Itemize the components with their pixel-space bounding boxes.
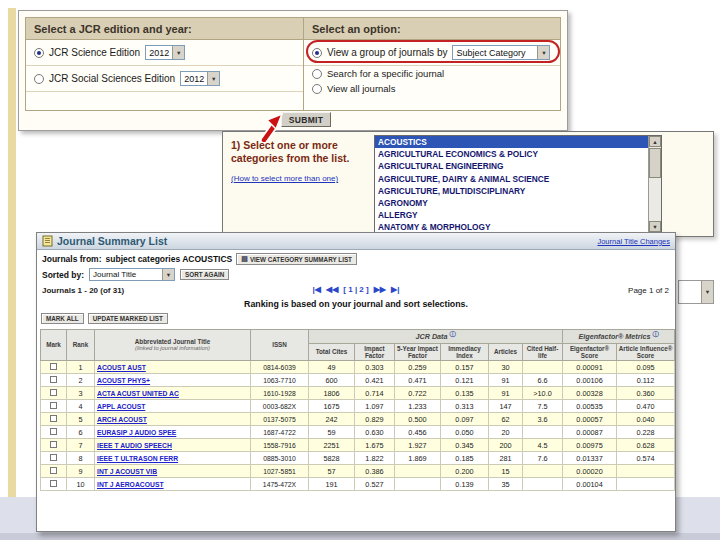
info-icon[interactable]: ⓘ [653, 331, 659, 337]
metric-cell: 0.135 [441, 387, 489, 400]
subject-category-select[interactable]: Subject Category ▼ [452, 45, 550, 60]
scroll-up-icon[interactable]: ▲ [649, 136, 661, 147]
rank-cell: 6 [67, 426, 95, 439]
mark-checkbox[interactable] [50, 428, 57, 435]
journals-from-value: subject categories ACOUSTICS [106, 254, 233, 264]
mark-checkbox[interactable] [50, 441, 57, 448]
edition-header: Select a JCR edition and year: [26, 18, 303, 40]
submit-button[interactable]: SUBMIT [281, 112, 331, 127]
dropdown-arrow-icon: ▼ [207, 72, 219, 85]
col-impact-factor: Impact Factor [355, 343, 395, 360]
journal-title-link[interactable]: IEEE T AUDIO SPEECH [97, 442, 172, 449]
journal-row: 1ACOUST AUST0814-6039490.3030.2590.15730… [41, 361, 675, 374]
mark-all-button[interactable]: MARK ALL [41, 313, 84, 324]
radio-social-edition[interactable] [34, 74, 44, 84]
last-page-icon[interactable]: ▶| [391, 285, 399, 294]
metric-cell: 5828 [309, 452, 355, 465]
page-numbers[interactable]: [ 1 | 2 ] [343, 285, 368, 294]
col-total-cites: Total Cites [309, 343, 355, 360]
category-option[interactable]: AGRICULTURAL ECONOMICS & POLICY [375, 148, 648, 160]
category-option[interactable]: AGRICULTURE, MULTIDISCIPLINARY [375, 185, 648, 197]
background-dropdown-fragment[interactable]: ▼ [678, 280, 714, 304]
metric-cell: 1.822 [355, 452, 395, 465]
journal-title-link[interactable]: IEEE T ULTRASON FERR [97, 455, 178, 462]
metric-cell: 59 [309, 426, 355, 439]
radio-science-edition[interactable] [34, 48, 44, 58]
metric-cell: 15 [489, 465, 523, 478]
mark-checkbox[interactable] [50, 415, 57, 422]
category-option[interactable]: AGRICULTURE, DAIRY & ANIMAL SCIENCE [375, 173, 648, 185]
view-category-summary-button[interactable]: ▤ VIEW CATEGORY SUMMARY LIST [236, 253, 357, 265]
mark-checkbox[interactable] [50, 389, 57, 396]
journal-row: 3ACTA ACUST UNITED AC1610-192818060.7140… [41, 387, 675, 400]
scroll-down-icon[interactable]: ▼ [649, 221, 661, 232]
journal-title-link[interactable]: ACTA ACUST UNITED AC [97, 390, 179, 397]
journal-row: 5ARCH ACOUST0137-50752420.8290.5000.0976… [41, 413, 675, 426]
sorted-by-label: Sorted by: [42, 270, 84, 280]
mark-checkbox[interactable] [50, 454, 57, 461]
metric-cell: 2251 [309, 439, 355, 452]
sort-select[interactable]: Journal Title ▼ [89, 268, 175, 281]
update-marked-button[interactable]: UPDATE MARKED LIST [88, 313, 168, 324]
col-5year-impact-factor: 5-Year Impact Factor [395, 343, 441, 360]
issn-cell: 1027-5851 [251, 465, 309, 478]
metric-cell: 0.121 [441, 374, 489, 387]
journal-title-link[interactable]: EURASIP J AUDIO SPEE [97, 429, 176, 436]
selection-table: Select a JCR edition and year: JCR Scien… [25, 17, 561, 111]
metric-cell: 0.527 [355, 478, 395, 491]
year-select-social[interactable]: 2012 ▼ [180, 71, 220, 86]
year-select-science[interactable]: 2012 ▼ [145, 45, 185, 60]
journal-title-changes-link[interactable]: Journal Title Changes [597, 237, 670, 246]
metric-cell: 0.345 [441, 439, 489, 452]
title-cell: INT J AEROACOUST [95, 478, 251, 491]
journal-title-link[interactable]: APPL ACOUST [97, 403, 145, 410]
sort-again-button[interactable]: SORT AGAIN [180, 269, 229, 280]
radio-search-journal[interactable] [312, 69, 322, 79]
category-option[interactable]: AGRONOMY [375, 197, 648, 209]
mark-checkbox[interactable] [50, 402, 57, 409]
metric-cell: 0.421 [355, 374, 395, 387]
category-option[interactable]: ANATOMY & MORPHOLOGY [375, 221, 648, 232]
category-instruction: 1) Select one or more categories from th… [231, 139, 369, 165]
title-cell: INT J ACOUST VIB [95, 465, 251, 478]
journal-icon [42, 235, 53, 247]
journal-title-link[interactable]: ACOUST PHYS+ [97, 377, 150, 384]
mark-checkbox[interactable] [50, 480, 57, 487]
category-option[interactable]: ALLERGY [375, 209, 648, 221]
journal-title-link[interactable]: ARCH ACOUST [97, 416, 147, 423]
journal-title-link[interactable]: INT J ACOUST VIB [97, 468, 157, 475]
next-page-icon[interactable]: ▶▶ [374, 285, 386, 294]
category-option[interactable]: ACOUSTICS [375, 136, 648, 148]
edition-row-social: JCR Social Sciences Edition 2012 ▼ [26, 66, 303, 92]
metric-cell: 0.259 [395, 361, 441, 374]
how-to-select-link[interactable]: (How to select more than one) [231, 174, 338, 183]
metric-cell: 7.6 [523, 452, 563, 465]
metric-cell: 49 [309, 361, 355, 374]
journal-title-link[interactable]: ACOUST AUST [97, 364, 146, 371]
metric-cell: 0.722 [395, 387, 441, 400]
journals-from-row: Journals from: subject categories ACOUST… [42, 253, 357, 265]
category-option[interactable]: AGRICULTURAL ENGINEERING [375, 160, 648, 172]
col-title-note: (linked to journal information) [96, 345, 249, 352]
metric-cell: 0.040 [617, 413, 675, 426]
listbox-scrollbar[interactable]: ▲ ▼ [648, 136, 661, 232]
metric-cell: 0.050 [441, 426, 489, 439]
mark-cell [41, 465, 67, 478]
scrollbar-thumb[interactable] [649, 148, 661, 178]
mark-checkbox[interactable] [50, 363, 57, 370]
radio-view-all[interactable] [312, 84, 322, 94]
mark-checkbox[interactable] [50, 467, 57, 474]
issn-cell: 1063-7710 [251, 374, 309, 387]
metric-cell: 0.097 [441, 413, 489, 426]
metric-cell: 1.869 [395, 452, 441, 465]
mark-checkbox[interactable] [50, 376, 57, 383]
mark-cell [41, 387, 67, 400]
prev-page-icon[interactable]: ◀◀ [326, 285, 338, 294]
journal-row: 2ACOUST PHYS+1063-77106000.4210.4710.121… [41, 374, 675, 387]
radio-view-group[interactable] [312, 48, 322, 58]
first-page-icon[interactable]: |◀ [313, 285, 321, 294]
journal-title-link[interactable]: INT J AEROACOUST [97, 481, 164, 488]
mark-buttons-row: MARK ALL UPDATE MARKED LIST [41, 313, 168, 324]
info-icon[interactable]: ⓘ [450, 331, 456, 337]
category-listbox[interactable]: ACOUSTICSAGRICULTURAL ECONOMICS & POLICY… [374, 135, 662, 233]
